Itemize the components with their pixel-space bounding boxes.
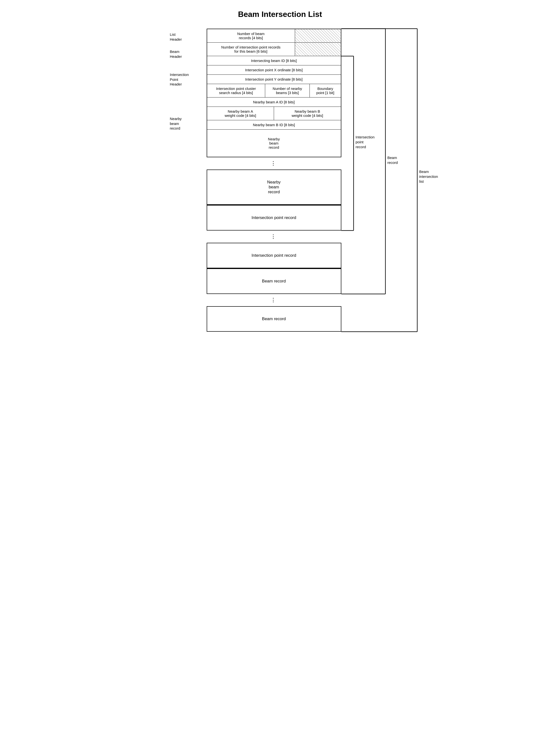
intersection-y-row: Intersection point Y ordinate [8 bits] — [207, 75, 341, 84]
svg-text:list: list — [419, 179, 424, 183]
beam-record-2: Beam record — [207, 306, 341, 332]
beam-header-hatched — [295, 43, 341, 56]
nearby-b-weight-cell: Nearby beam B weight code [4 bits] — [274, 107, 341, 120]
list-header-label: List Header — [170, 32, 182, 42]
page: Beam Intersection List List Header Beam … — [170, 10, 390, 332]
nearby-weights-row: Nearby beam A weight code [4 bits] Nearb… — [207, 107, 341, 120]
beam-header-label: Beam Header — [170, 49, 182, 59]
intersection-point-record-1: Intersection point record — [207, 205, 341, 230]
intersection-x-row: Intersection point X ordinate [8 bits] — [207, 65, 341, 75]
dotted-sep-2: ⋮ — [207, 230, 341, 243]
intersection-point-record-2: Intersection point record — [207, 243, 341, 268]
diagram: List Header Beam Header Intersection Poi… — [170, 29, 390, 332]
nearby-a-weight-cell: Nearby beam A weight code [4 bits] — [207, 107, 274, 120]
cluster-row: Intersection point cluster search radius… — [207, 84, 341, 97]
svg-text:record: record — [387, 160, 398, 165]
list-header-row: Number of beam records [4 bits] — [207, 29, 341, 43]
svg-text:Intersection: Intersection — [356, 135, 375, 139]
svg-text:record: record — [356, 145, 366, 149]
nearby-beam-inner-row: Nearby beam record — [207, 130, 341, 157]
beam-header-cell: Number of intersection point records for… — [207, 43, 295, 56]
num-nearby-cell: Number of nearby beams [3 bits] — [265, 84, 310, 97]
intersecting-beam-id-row: Intersecting beam ID [8 bits] — [207, 56, 341, 65]
intersection-point-header-label: Intersection Point Header — [170, 72, 189, 87]
svg-text:Beam: Beam — [387, 155, 397, 160]
page-title: Beam Intersection List — [170, 10, 390, 19]
svg-text:Beam: Beam — [419, 169, 429, 174]
boundary-cell: Boundary point [1 bit] — [310, 84, 341, 97]
nearby-beam-record-label: Nearby beam record — [170, 116, 182, 131]
dotted-sep-1: ⋮ — [207, 157, 341, 169]
beam-record-1: Beam record — [207, 268, 341, 294]
nearby-beam-b-id-row: Nearby beam B ID [8 bits] — [207, 120, 341, 130]
dotted-sep-3: ⋮ — [207, 294, 341, 306]
nearby-beam-a-id-row: Nearby beam A ID [8 bits] — [207, 97, 341, 107]
cluster-search-cell: Intersection point cluster search radius… — [207, 84, 265, 97]
list-header-hatched — [295, 29, 341, 42]
svg-text:intersection: intersection — [419, 174, 438, 178]
nearby-beam-record-1: Nearby beam record — [207, 169, 341, 205]
beam-header-row: Number of intersection point records for… — [207, 43, 341, 56]
list-header-cell: Number of beam records [4 bits] — [207, 29, 295, 42]
top-detail-box: Number of beam records [4 bits] Number o… — [207, 29, 341, 157]
svg-text:point: point — [356, 140, 364, 144]
